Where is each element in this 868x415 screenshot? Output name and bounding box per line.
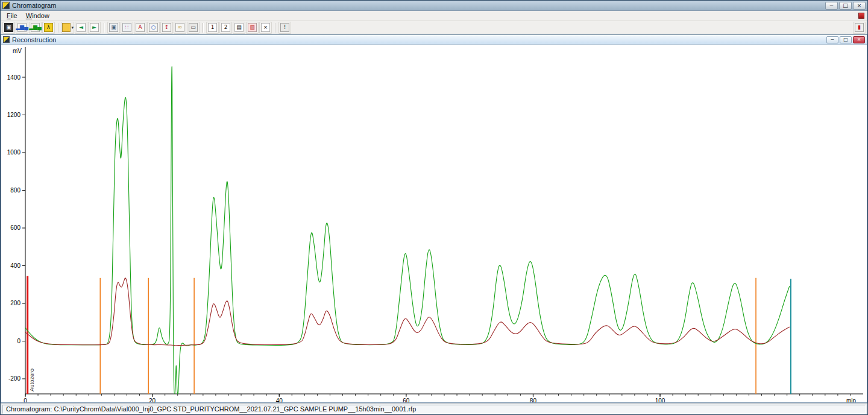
tile-windows-icon: ▤: [234, 23, 244, 32]
app-icon: [2, 2, 10, 9]
overlay-icon-button[interactable]: ∷: [121, 22, 133, 34]
peak-table-icon-button[interactable]: ▥: [246, 22, 259, 34]
exit-icon-button[interactable]: ▮: [853, 22, 866, 34]
x-tick-label: 0: [24, 398, 27, 402]
trace-detector-signal-red: [25, 278, 790, 346]
y-tick-label: 800: [10, 187, 20, 194]
minimize-button[interactable]: ─: [825, 2, 838, 10]
child-minimize-button[interactable]: ─: [826, 36, 838, 43]
y-tick-label: 1400: [7, 74, 21, 81]
caption-buttons: ─□×: [825, 2, 866, 10]
next-trace-icon: ►: [90, 23, 99, 32]
open-folder-icon-button[interactable]: ▾: [61, 22, 74, 34]
window-1-icon-button[interactable]: 1: [206, 22, 219, 34]
mdi-area: Reconstruction ─□× -20002004006008001000…: [1, 34, 867, 403]
window-2-icon: 2: [221, 23, 230, 32]
close-button[interactable]: ×: [853, 2, 866, 10]
menu-items: FileWindow: [2, 11, 54, 20]
print-icon: ▭: [189, 23, 198, 32]
reconstruction-window: Reconstruction ─□× -20002004006008001000…: [1, 34, 867, 403]
y-tick-label: 200: [10, 300, 20, 306]
title-bar: Chromatogram ─□×: [1, 1, 867, 11]
window-title: Chromatogram: [12, 2, 56, 9]
menu-file[interactable]: File: [2, 11, 22, 20]
child-close-button[interactable]: ×: [853, 36, 865, 43]
chromatogram-bars-icon: ▂▆▄: [17, 23, 27, 32]
chevron-down-icon: ▾: [71, 25, 74, 30]
x-tick-label: 100: [655, 398, 665, 402]
print-icon-button[interactable]: ▭: [187, 22, 200, 34]
baseline-icon: ≈: [175, 23, 184, 32]
child-window-title: Reconstruction: [12, 36, 56, 43]
reconstruction-window-icon: [3, 36, 10, 43]
monitor-icon-button[interactable]: ▣: [2, 22, 15, 34]
close-view-icon-button[interactable]: ×: [259, 22, 272, 34]
annotate-icon-button[interactable]: A: [134, 22, 146, 34]
toolbar: ▣▂▆▄▂▆▄λ▾◄►▣∷A○↕≈▭12▤▥×!▮: [1, 21, 867, 34]
child-caption-buttons: ─□×: [826, 36, 865, 43]
x-tick-label: 20: [149, 398, 156, 402]
marker-label-autozero-marker: Autozero: [28, 369, 35, 391]
y-tick-label: 1000: [7, 149, 21, 156]
gradient-bars-icon: ▂▆▄: [31, 23, 40, 32]
info-icon: !: [280, 23, 289, 32]
menu-corner-icon[interactable]: [858, 13, 864, 19]
status-bar: Chromatogram: C:\PurityChrom\Data\Vial00…: [1, 403, 867, 414]
previous-trace-icon: ◄: [77, 23, 86, 32]
close-view-icon: ×: [261, 23, 270, 32]
zoom-icon: ○: [149, 23, 158, 32]
menu-window[interactable]: Window: [22, 11, 54, 20]
toolbar-separator: [203, 23, 203, 33]
info-icon-button[interactable]: !: [278, 22, 291, 34]
status-text: Chromatogram: C:\PurityChrom\Data\Vial00…: [2, 405, 866, 414]
copy-icon-button[interactable]: ▣: [107, 22, 120, 34]
autoscale-icon-button[interactable]: ↕: [160, 22, 173, 34]
copy-icon: ▣: [109, 23, 118, 32]
menu-bar: FileWindow: [1, 11, 867, 21]
peak-table-icon: ▥: [248, 23, 257, 32]
y-axis-unit: mV: [13, 48, 22, 54]
y-tick-label: 600: [10, 224, 20, 231]
y-tick-label: 1200: [7, 112, 21, 118]
toolbar-separator: [58, 23, 58, 33]
window-2-icon-button[interactable]: 2: [219, 22, 232, 34]
child-maximize-button[interactable]: □: [840, 36, 852, 43]
chart-area[interactable]: -200020040060080010001200140002040608010…: [1, 45, 867, 402]
wavelength-icon: λ: [44, 23, 53, 32]
y-tick-label: 0: [17, 338, 20, 344]
overlay-icon: ∷: [122, 23, 131, 32]
next-trace-icon-button[interactable]: ►: [88, 22, 101, 34]
exit-icon: ▮: [855, 23, 864, 32]
trace-detector-signal-green: [25, 67, 790, 396]
x-tick-label: 80: [530, 398, 537, 402]
wavelength-icon-button[interactable]: λ: [42, 22, 55, 34]
annotate-icon: A: [136, 23, 145, 32]
x-axis-unit: min: [846, 398, 856, 402]
chromatogram-plot[interactable]: -200020040060080010001200140002040608010…: [1, 45, 867, 402]
chromatogram-bars-icon-button[interactable]: ▂▆▄: [16, 22, 28, 34]
toolbar-separator: [275, 23, 275, 33]
x-tick-label: 60: [403, 398, 410, 402]
child-title-bar: Reconstruction ─□×: [1, 35, 867, 45]
previous-trace-icon-button[interactable]: ◄: [75, 22, 87, 34]
x-tick-label: 40: [276, 398, 283, 402]
y-tick-label: -200: [8, 375, 20, 382]
autoscale-icon: ↕: [162, 23, 171, 32]
y-tick-label: 400: [10, 262, 20, 269]
window-1-icon: 1: [208, 23, 217, 32]
open-folder-icon: [62, 23, 71, 32]
zoom-icon-button[interactable]: ○: [147, 22, 160, 34]
baseline-icon-button[interactable]: ≈: [174, 22, 186, 34]
tile-windows-icon-button[interactable]: ▤: [233, 22, 245, 34]
maximize-button[interactable]: □: [839, 2, 852, 10]
application-window: Chromatogram ─□× FileWindow ▣▂▆▄▂▆▄λ▾◄►▣…: [0, 0, 868, 415]
toolbar-separator: [104, 23, 104, 33]
monitor-icon: ▣: [4, 23, 13, 32]
gradient-bars-icon-button[interactable]: ▂▆▄: [29, 22, 42, 34]
